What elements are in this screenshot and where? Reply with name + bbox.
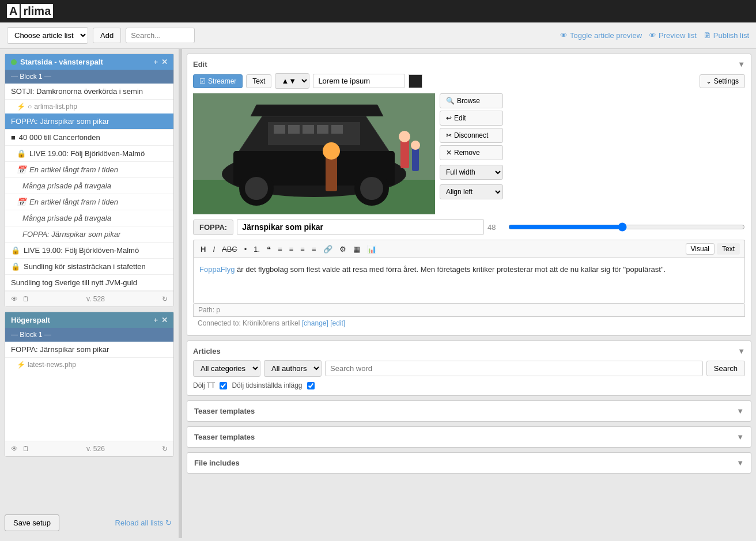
list-item[interactable]: 📅 En artikel långt fram i tiden bbox=[5, 194, 173, 210]
edit-image-button[interactable]: ↩ Edit bbox=[440, 111, 503, 126]
footer-icons: 👁 🗒 bbox=[11, 445, 29, 453]
hide-tt-checkbox[interactable] bbox=[220, 382, 227, 389]
remove-button[interactable]: ✕ Remove bbox=[440, 145, 503, 160]
reload-link[interactable]: Reload all lists ↻ bbox=[113, 516, 174, 529]
search-input[interactable] bbox=[126, 28, 195, 43]
align-select[interactable]: Align left bbox=[440, 184, 503, 199]
editor-path: Path: p bbox=[193, 304, 745, 317]
list-item-active[interactable]: FOPPA: Järnspikar som pikar bbox=[5, 114, 173, 130]
list-item[interactable]: 🔒 LIVE 19.00: Följ Björklöven-Malmö bbox=[5, 243, 173, 259]
list-item[interactable]: 🔒 Sundling kör sistasträckan i stafetten bbox=[5, 259, 173, 275]
left-bottom: Save setup Reload all lists ↻ bbox=[5, 512, 174, 534]
settings-icon[interactable]: ⚙ bbox=[337, 244, 349, 255]
file-includes-header[interactable]: File includes ▼ bbox=[187, 453, 751, 473]
browse-button[interactable]: 🔍 Browse bbox=[440, 93, 503, 108]
toggle-preview-label: Toggle article preview bbox=[570, 31, 642, 40]
item-text: LIVE 19.00: Följ Björklöven-Malmö bbox=[29, 149, 145, 158]
publish-list-link[interactable]: 🖹 Publish list bbox=[704, 31, 749, 40]
heading-icon[interactable]: H bbox=[198, 244, 208, 255]
color-picker[interactable] bbox=[409, 74, 422, 88]
list2-panel: Högerspalt + ✕ — Block 1 — FOPPA: Järnsp… bbox=[5, 312, 174, 457]
svg-point-17 bbox=[411, 141, 420, 150]
list1-actions[interactable]: + ✕ bbox=[153, 58, 168, 66]
list-item[interactable]: 🔒 LIVE 19.00: Följ Björklöven-Malmö bbox=[5, 146, 173, 162]
image-controls: 🔍 Browse ↩ Edit ✂ Disconnect ✕ Remove bbox=[440, 93, 503, 214]
list-item[interactable]: FOPPA: Järnspikar som pikar bbox=[5, 342, 173, 358]
list2-add-icon[interactable]: + bbox=[153, 316, 158, 324]
edit-toolbar: ☑ Streamer Text ▲▼ ⌄ Settings bbox=[193, 73, 745, 89]
search-word-input[interactable] bbox=[325, 361, 703, 376]
settings-button[interactable]: ⌄ Settings bbox=[700, 74, 745, 88]
align-right-icon[interactable]: ≡ bbox=[298, 244, 307, 255]
list2-actions[interactable]: + ✕ bbox=[153, 316, 168, 324]
streamer-button[interactable]: ☑ Streamer bbox=[193, 74, 243, 88]
change-link[interactable]: [change] bbox=[302, 319, 328, 327]
table-icon[interactable]: ▦ bbox=[351, 244, 362, 255]
list1-add-icon[interactable]: + bbox=[153, 58, 158, 66]
list-item[interactable]: 📅 En artikel långt fram i tiden bbox=[5, 162, 173, 178]
text-button[interactable]: Text bbox=[246, 74, 271, 88]
svg-rect-7 bbox=[303, 125, 314, 134]
toggle-preview-link[interactable]: 👁 Toggle article preview bbox=[560, 31, 642, 40]
item-text: Många prisade på travgala bbox=[22, 214, 111, 222]
refresh-icon[interactable]: ↻ bbox=[162, 295, 168, 303]
articles-collapse-icon[interactable]: ▼ bbox=[738, 347, 745, 355]
eye-icon[interactable]: 👁 bbox=[11, 445, 18, 453]
teaser-templates-2-header[interactable]: Teaser templates ▼ bbox=[187, 427, 751, 447]
list-item[interactable]: SOTJI: Damkronorna överkörda i semin bbox=[5, 84, 173, 100]
authors-select[interactable]: All authors bbox=[264, 360, 322, 377]
link-icon[interactable]: 🔗 bbox=[321, 244, 335, 255]
align-left-icon[interactable]: ≡ bbox=[275, 244, 285, 255]
full-width-select[interactable]: Full width bbox=[440, 165, 503, 180]
list-item[interactable]: ■ 40 000 till Cancerfonden bbox=[5, 130, 173, 146]
editor-content[interactable]: FoppaFlyg är det flygbolag som flest val… bbox=[193, 258, 745, 304]
chart-icon[interactable]: 📊 bbox=[365, 244, 379, 255]
list1-close-icon[interactable]: ✕ bbox=[161, 58, 168, 66]
categories-select[interactable]: All categories bbox=[193, 360, 260, 377]
edit-icon: ↩ bbox=[446, 114, 452, 122]
visual-mode-button[interactable]: Visual bbox=[686, 243, 715, 255]
quote-icon[interactable]: ❝ bbox=[264, 244, 273, 255]
list2-title-area: Högerspalt bbox=[11, 316, 50, 324]
strikethrough-icon[interactable]: ABC bbox=[220, 244, 240, 255]
list2-close-icon[interactable]: ✕ bbox=[161, 316, 168, 324]
edit-link[interactable]: [edit] bbox=[330, 319, 345, 327]
copy-icon[interactable]: 🗒 bbox=[22, 445, 29, 453]
bullet-list-icon[interactable]: • bbox=[242, 244, 250, 255]
preview-eye-icon: 👁 bbox=[649, 31, 656, 40]
text-mode-button[interactable]: Text bbox=[717, 243, 740, 255]
ordered-list-icon[interactable]: 1. bbox=[251, 244, 262, 255]
disconnect-button[interactable]: ✂ Disconnect bbox=[440, 128, 503, 143]
align-justify-icon[interactable]: ≡ bbox=[309, 244, 319, 255]
teaser-1-arrow-icon: ▼ bbox=[736, 407, 744, 415]
align-center-icon[interactable]: ≡ bbox=[287, 244, 296, 255]
svg-rect-9 bbox=[331, 125, 343, 134]
choose-list-select[interactable]: Choose article list bbox=[7, 27, 88, 44]
article-image-container bbox=[193, 93, 435, 214]
save-setup-button[interactable]: Save setup bbox=[5, 514, 59, 531]
article-title-input[interactable] bbox=[237, 219, 484, 235]
add-button[interactable]: Add bbox=[93, 28, 121, 43]
list-item[interactable]: FOPPA: Järnspikar som pikar bbox=[5, 226, 173, 243]
list-item[interactable]: Sundling tog Sverige till nytt JVM-guld bbox=[5, 275, 173, 291]
text-input[interactable] bbox=[313, 74, 405, 88]
php-text: arlima-list.php bbox=[34, 103, 77, 111]
edit-collapse-icon[interactable]: ▼ bbox=[738, 60, 745, 69]
list1-footer: 👁 🗒 v. 528 ↻ bbox=[5, 291, 173, 307]
type-select[interactable]: ▲▼ bbox=[275, 73, 309, 89]
item-text: FOPPA: Järnspikar som pikar bbox=[11, 345, 109, 354]
teaser-templates-1-header[interactable]: Teaser templates ▼ bbox=[187, 401, 751, 421]
edit-section: Edit ▼ ☑ Streamer Text ▲▼ ⌄ Settings bbox=[187, 54, 751, 336]
list-item[interactable]: Många prisade på travgala bbox=[5, 178, 173, 194]
hide-scheduled-checkbox[interactable] bbox=[307, 382, 315, 389]
copy-icon[interactable]: 🗒 bbox=[22, 295, 29, 303]
refresh-icon[interactable]: ↻ bbox=[162, 445, 168, 453]
list-item[interactable]: Många prisade på travgala bbox=[5, 210, 173, 226]
articles-section: Articles ▼ All categories All authors Se… bbox=[187, 341, 751, 396]
italic-icon[interactable]: I bbox=[210, 244, 217, 255]
list2-footer: 👁 🗒 v. 526 ↻ bbox=[5, 441, 173, 456]
eye-icon[interactable]: 👁 bbox=[11, 295, 18, 303]
search-button[interactable]: Search bbox=[706, 361, 745, 376]
char-slider[interactable] bbox=[508, 222, 745, 232]
preview-list-link[interactable]: 👁 Preview list bbox=[649, 31, 697, 40]
